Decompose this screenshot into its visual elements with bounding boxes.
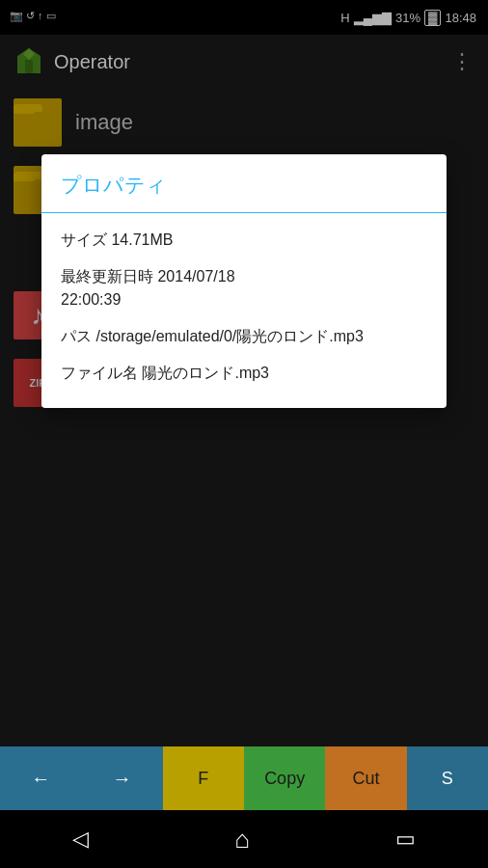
back-button[interactable]: ← xyxy=(0,746,81,810)
nav-recents-button[interactable]: ▭ xyxy=(395,827,416,852)
dialog-title-row: プロパティ xyxy=(41,154,447,213)
prop-date: 最終更新日時 2014/07/1822:00:39 xyxy=(61,265,427,312)
forward-button[interactable]: → xyxy=(81,746,162,810)
system-nav-bar: ◁ ⌂ ▭ xyxy=(0,810,488,868)
copy-button[interactable]: Copy xyxy=(244,746,325,810)
dialog-title: プロパティ xyxy=(61,174,167,196)
f-button[interactable]: F xyxy=(163,746,244,810)
prop-size: サイズ 14.71MB xyxy=(61,229,427,252)
properties-dialog: プロパティ サイズ 14.71MB 最終更新日時 2014/07/1822:00… xyxy=(41,154,447,408)
dialog-body: サイズ 14.71MB 最終更新日時 2014/07/1822:00:39 パス… xyxy=(41,213,447,408)
s-button[interactable]: S xyxy=(407,746,488,810)
dialog-overlay: プロパティ サイズ 14.71MB 最終更新日時 2014/07/1822:00… xyxy=(0,0,488,868)
cut-button[interactable]: Cut xyxy=(325,746,406,810)
nav-home-button[interactable]: ⌂ xyxy=(234,825,250,854)
nav-back-button[interactable]: ◁ xyxy=(72,827,89,852)
prop-path: パス /storage/emulated/0/陽光のロンド.mp3 xyxy=(61,325,427,348)
prop-filename: ファイル名 陽光のロンド.mp3 xyxy=(61,362,427,385)
bottom-toolbar: ← → F Copy Cut S xyxy=(0,746,488,810)
